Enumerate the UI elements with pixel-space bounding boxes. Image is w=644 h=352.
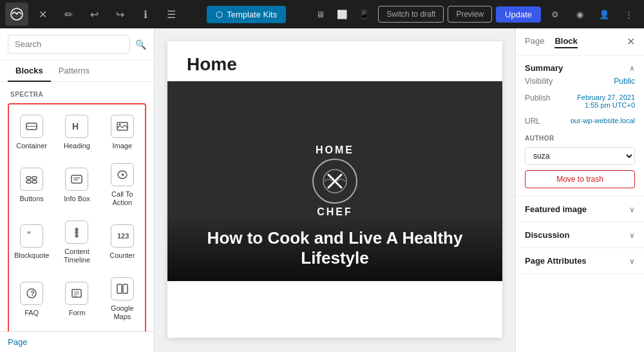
- template-kits-button[interactable]: ⬡ Template Kits: [207, 6, 286, 23]
- block-item-heading[interactable]: H Heading: [54, 107, 99, 155]
- block-item-faq[interactable]: ? FAQ: [9, 269, 54, 326]
- cta-icon: [111, 163, 134, 186]
- container-label: Container: [16, 142, 47, 150]
- canvas-area: Home HOME CHEF How to: [155, 28, 515, 352]
- discussion-section: Discussion ∨: [516, 222, 644, 248]
- right-sidebar: Page Block ✕ Summary ∧ Visibility Public…: [515, 28, 644, 352]
- svg-text:": ": [27, 230, 31, 241]
- preview-button[interactable]: Preview: [448, 6, 492, 23]
- block-item-infobox[interactable]: Info Box: [54, 155, 99, 212]
- visibility-label: Visibility: [525, 77, 553, 86]
- page-attributes-section: Page Attributes ∨: [516, 248, 644, 274]
- featured-image-chevron: ∨: [629, 205, 635, 214]
- svg-rect-26: [123, 284, 128, 293]
- page-attributes-title: Page Attributes: [525, 256, 587, 266]
- url-row: URL our-wp-website.local: [525, 113, 635, 130]
- googlemaps-label: Google Maps: [102, 304, 142, 321]
- block-item-imagegallery[interactable]: Image Gallery: [100, 326, 145, 331]
- extensions-icon[interactable]: ◉: [569, 4, 590, 24]
- block-item-cta[interactable]: Call To Action: [100, 155, 145, 212]
- visibility-value[interactable]: Public: [614, 77, 635, 86]
- cta-label: Call To Action: [102, 190, 142, 207]
- discussion-title: Discussion: [525, 230, 569, 240]
- summary-title: Summary: [525, 63, 563, 73]
- block-item-container[interactable]: Container: [9, 107, 54, 155]
- svg-rect-7: [32, 177, 37, 179]
- block-item-blockquote[interactable]: " Blockquote: [9, 213, 54, 269]
- right-sidebar-tabs: Page Block: [525, 35, 578, 48]
- mobile-icon[interactable]: 📱: [354, 4, 374, 24]
- svg-point-5: [118, 124, 120, 126]
- author-select[interactable]: suza: [525, 147, 635, 165]
- redo-button[interactable]: ↪: [108, 3, 131, 26]
- heading-label: Heading: [64, 142, 90, 150]
- block-item-image[interactable]: Image: [100, 107, 145, 155]
- block-item-iconlist[interactable]: Icon List: [54, 326, 99, 331]
- list-view-button[interactable]: ☰: [160, 3, 183, 26]
- blockquote-icon: ": [20, 224, 43, 248]
- move-to-trash-button[interactable]: Move to trash: [525, 170, 635, 188]
- spectra-section: Container H Heading Image: [8, 103, 146, 331]
- undo-button[interactable]: ↩: [82, 3, 106, 26]
- featured-image-header[interactable]: Featured image ∨: [525, 204, 635, 214]
- wp-logo[interactable]: [5, 3, 28, 26]
- tab-block[interactable]: Block: [554, 35, 577, 48]
- blocks-grid: Container H Heading Image: [9, 107, 145, 331]
- block-item-timeline[interactable]: Content Timeline: [54, 213, 99, 269]
- page-canvas: Home HOME CHEF How to: [167, 41, 502, 338]
- url-value[interactable]: our-wp-website.local: [571, 117, 635, 124]
- page-title: Home: [187, 54, 483, 75]
- container-icon: [20, 115, 43, 138]
- settings-icon[interactable]: ⚙: [545, 4, 565, 24]
- block-item-counter[interactable]: 123 Counter: [100, 213, 145, 269]
- search-input[interactable]: [8, 35, 130, 54]
- publish-value[interactable]: February 27, 20211:55 pm UTC+0: [577, 93, 635, 109]
- block-item-googlemaps[interactable]: Google Maps: [100, 269, 145, 326]
- close-button[interactable]: ✕: [31, 3, 54, 26]
- blocks-list: SPECTRA Container H Heading: [0, 82, 154, 331]
- page-attributes-header[interactable]: Page Attributes ∨: [525, 256, 635, 266]
- image-label: Image: [113, 142, 133, 150]
- url-label: URL: [525, 117, 540, 126]
- block-item-buttons[interactable]: Buttons: [9, 155, 54, 212]
- account-icon[interactable]: 👤: [594, 4, 614, 24]
- featured-image-section: Featured image ∨: [516, 197, 644, 222]
- visibility-row: Visibility Public: [525, 73, 635, 90]
- image-icon: [111, 115, 134, 138]
- hero-text-overlay: How to Cook and Live A Healthy Lifestyle: [167, 215, 502, 281]
- heading-icon: H: [65, 115, 88, 138]
- desktop-icon[interactable]: 🖥: [310, 4, 330, 24]
- svg-rect-8: [26, 181, 31, 183]
- more-options-icon[interactable]: ⋮: [618, 4, 639, 24]
- timeline-icon: [65, 220, 88, 244]
- edit-icon[interactable]: ✏: [57, 3, 80, 26]
- counter-label: Counter: [109, 251, 135, 260]
- discussion-header[interactable]: Discussion ∨: [525, 230, 635, 240]
- info-button[interactable]: ℹ: [134, 3, 157, 26]
- update-button[interactable]: Update: [496, 6, 541, 23]
- hero-image: HOME CHEF How to Cook and Live A Healthy…: [167, 81, 502, 281]
- form-label: Form: [69, 309, 86, 317]
- author-label: AUTHOR: [525, 135, 635, 142]
- tab-page[interactable]: Page: [525, 35, 544, 48]
- svg-rect-10: [71, 175, 82, 183]
- switch-to-draft-button[interactable]: Switch to draft: [378, 6, 444, 23]
- buttons-icon: [20, 168, 43, 191]
- tab-patterns[interactable]: Patterns: [51, 61, 97, 82]
- tablet-icon[interactable]: ⬜: [332, 4, 352, 24]
- search-icon[interactable]: 🔍: [135, 39, 146, 50]
- hero-logo-emblem: [312, 159, 357, 204]
- googlemaps-icon: [111, 277, 134, 300]
- blockquote-label: Blockquote: [14, 251, 49, 260]
- svg-text:?: ?: [30, 289, 35, 297]
- discussion-chevron: ∨: [629, 231, 635, 240]
- block-item-howto[interactable]: How To: [9, 326, 54, 331]
- faq-label: FAQ: [24, 309, 39, 317]
- summary-header[interactable]: Summary ∧: [525, 63, 635, 73]
- sidebar-tabs: Blocks Patterns: [0, 61, 154, 82]
- close-sidebar-button[interactable]: ✕: [627, 35, 635, 48]
- left-sidebar: 🔍 Blocks Patterns SPECTRA Container: [0, 28, 155, 352]
- block-item-form[interactable]: Form: [54, 269, 99, 326]
- tab-blocks[interactable]: Blocks: [8, 61, 51, 82]
- page-bottom-tab[interactable]: Page: [0, 331, 154, 352]
